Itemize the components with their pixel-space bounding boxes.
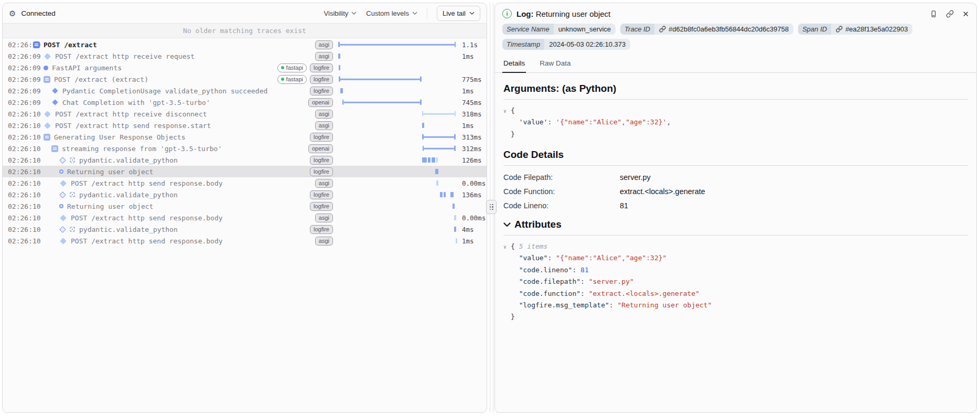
- trace-tags: asgi: [315, 237, 333, 246]
- connection-status: Connected: [21, 9, 55, 17]
- trace-row[interactable]: 02:26:09Chat Completion with 'gpt-3.5-tu…: [3, 97, 487, 108]
- log-icon: [59, 204, 63, 208]
- close-icon[interactable]: ✕: [962, 10, 969, 18]
- code-token: 5 items: [519, 242, 548, 250]
- chevron-down-icon[interactable]: [503, 222, 511, 227]
- trace-tags: openai: [308, 98, 333, 107]
- code-token: {: [511, 242, 519, 250]
- live-tail-button[interactable]: Live tail: [437, 6, 480, 21]
- trace-row[interactable]: 02:26:09Pydantic CompletionUsage validat…: [3, 85, 487, 97]
- trace-tags: logfire: [310, 87, 333, 95]
- trace-row[interactable]: 02:26:10POST /extract http receive disco…: [3, 108, 487, 120]
- tag-pill: logfire: [310, 167, 333, 176]
- trace-timestamp: 02:26:10: [3, 110, 33, 118]
- trace-timeline: [337, 39, 459, 50]
- collapse-toggle[interactable]: ∨: [503, 242, 511, 251]
- trace-bar: [450, 192, 454, 197]
- trace-row[interactable]: 02:26:10pydantic.validate_pythonlogfire1…: [3, 154, 487, 166]
- arguments-code-block: ∨{ 'value': '{"name":"Alice","age":32}',…: [503, 105, 968, 140]
- trace-timestamp: 02:26:10: [3, 145, 33, 153]
- detail-content: Arguments: (as Python) ∨{ 'value': '{"na…: [495, 73, 976, 323]
- code-line: ∨{ 5 items: [503, 241, 968, 252]
- trace-duration: 775ms: [459, 76, 487, 83]
- trace-row[interactable]: 02:26:10pydantic.validate_pythonlogfire1…: [3, 189, 487, 200]
- trace-timeline: [337, 166, 459, 177]
- attributes-heading: Attributes: [503, 219, 968, 230]
- trace-bar: [428, 157, 430, 163]
- tag-pill: openai: [308, 98, 333, 107]
- tag-pill: logfire: [310, 87, 333, 95]
- tab-raw-data[interactable]: Raw Data: [539, 55, 572, 72]
- trace-row[interactable]: 02:26:09FastAPI argumentsfastapilogfire: [3, 62, 487, 73]
- trace-timestamp: 02:26:10: [3, 226, 33, 233]
- code-details-heading: Code Details: [503, 149, 968, 161]
- trace-label: POST /extract http receive request: [55, 52, 195, 60]
- span-icon: [33, 41, 40, 48]
- http-event-icon: [60, 215, 67, 221]
- chevron-down-icon: [351, 12, 357, 15]
- code-line: }: [503, 129, 968, 140]
- trace-duration: 0.00ms: [459, 179, 487, 187]
- trace-row[interactable]: 02:26:10Returning user objectlogfire: [3, 200, 487, 212]
- trace-row[interactable]: 02:26:10POST /extract http send response…: [3, 235, 487, 247]
- gear-icon[interactable]: ⚙: [9, 9, 16, 17]
- trace-label: pydantic.validate_python: [79, 156, 178, 164]
- trace-row[interactable]: 02:26:10Returning user objectlogfire: [3, 166, 487, 177]
- service-name-badge: Service Name unknown_service: [502, 24, 616, 35]
- copy-link-icon[interactable]: [946, 10, 954, 18]
- trace-tags: logfire: [310, 202, 333, 211]
- collapse-toggle[interactable]: ∨: [503, 106, 511, 115]
- code-token: "code.lineno": [519, 266, 573, 274]
- trace-timestamp: 02:26:10: [3, 156, 33, 164]
- trace-row-content: Returning user object: [33, 168, 310, 176]
- trace-row[interactable]: 02:26:09POST /extract http receive reque…: [3, 50, 487, 62]
- trace-id-badge[interactable]: Trace ID #d62b8fc0a6eb3fb56844dc20d6c397…: [620, 24, 793, 35]
- code-token: ,: [666, 118, 671, 126]
- tag-pill: asgi: [315, 110, 333, 119]
- trace-bar: [339, 65, 340, 70]
- visibility-dropdown[interactable]: Visibility: [324, 9, 357, 17]
- trace-row[interactable]: 02:26:10POST /extract http send response…: [3, 177, 487, 189]
- tab-details[interactable]: Details: [502, 55, 526, 73]
- trace-bar: [342, 102, 422, 103]
- trace-row[interactable]: 02:26:10streaming response from 'gpt-3.5…: [3, 143, 487, 154]
- trace-row[interactable]: 02:26:10Generating User Response Objects…: [3, 131, 487, 143]
- trace-row[interactable]: 02:26:10POST /extract http send response…: [3, 120, 487, 131]
- code-token: :: [580, 290, 589, 297]
- code-token: "Returning user object": [618, 301, 712, 309]
- code-token: "logfire.msg_template": [519, 301, 609, 309]
- trace-row[interactable]: 02:26:09POST /extract (extract)fastapilo…: [3, 73, 487, 85]
- trace-timestamp: 02:26:10: [3, 202, 33, 210]
- info-icon: i: [502, 9, 512, 18]
- tag-pill: logfire: [310, 190, 333, 199]
- panel-view-icon[interactable]: [930, 10, 938, 18]
- span-icon: [51, 145, 58, 152]
- tag-pill: logfire: [310, 225, 333, 234]
- trace-timestamp: 02:26:09: [3, 64, 33, 72]
- trace-row-content: POST /extract http receive disconnect: [33, 110, 315, 118]
- trace-row[interactable]: 02:26:09POST /extractasgi1.1s: [3, 39, 487, 50]
- trace-tags: logfire: [310, 156, 333, 165]
- trace-row-content: pydantic.validate_python: [33, 191, 310, 199]
- trace-timeline: [337, 212, 459, 223]
- trace-row[interactable]: 02:26:10POST /extract http send response…: [3, 212, 487, 223]
- trace-row[interactable]: 02:26:10pydantic.validate_pythonlogfire4…: [3, 223, 487, 235]
- chevron-down-icon: [469, 12, 475, 15]
- trace-bar: [436, 157, 438, 163]
- trace-row-content: Returning user object: [33, 202, 310, 210]
- trace-timeline: [337, 62, 459, 73]
- tag-pill: asgi: [315, 214, 333, 222]
- tag-pill: logfire: [310, 63, 333, 72]
- trace-row-content: POST /extract http send response.body: [33, 179, 315, 187]
- panel-resize-handle[interactable]: [486, 200, 497, 214]
- trace-tags: logfire: [310, 167, 333, 176]
- trace-tags: asgi: [315, 52, 333, 61]
- trace-row-content: POST /extract http receive request: [33, 52, 315, 60]
- trace-duration: 1.1s: [459, 41, 487, 49]
- custom-levels-dropdown[interactable]: Custom levels: [366, 9, 417, 17]
- trace-bar: [440, 192, 443, 197]
- http-event-icon: [44, 122, 51, 129]
- span-id-badge[interactable]: Span ID #ea28f13e5a022903: [798, 24, 912, 35]
- trace-row-content: Generating User Response Objects: [33, 133, 310, 141]
- trace-timestamp: 02:26:10: [3, 237, 33, 245]
